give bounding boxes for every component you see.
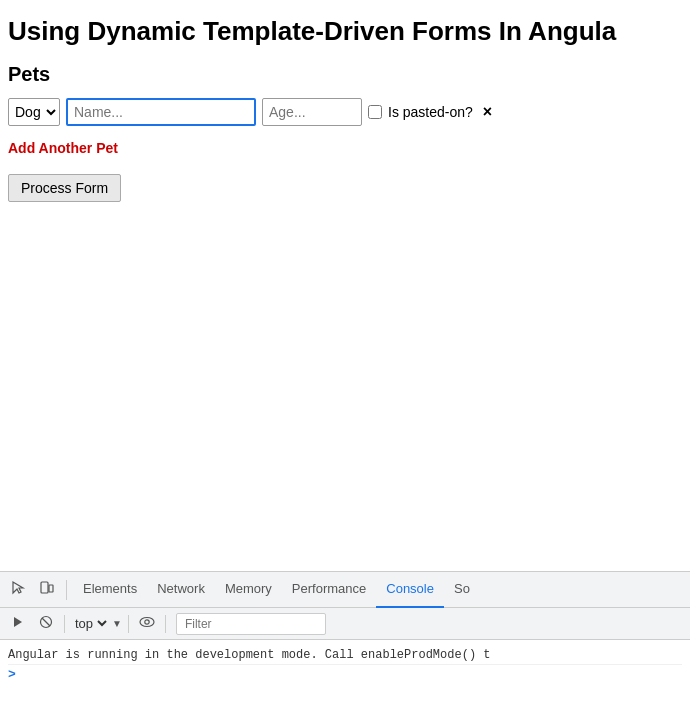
- toolbar-divider-2: [128, 615, 129, 633]
- process-form-button[interactable]: Process Form: [8, 174, 121, 202]
- devtools-console: Angular is running in the development mo…: [0, 640, 690, 720]
- pet-row: Dog Cat Bird Is pasted-on? ×: [8, 98, 682, 126]
- tab-elements[interactable]: Elements: [73, 572, 147, 608]
- device-icon-btn[interactable]: [32, 576, 60, 604]
- tab-performance[interactable]: Performance: [282, 572, 376, 608]
- tab-so[interactable]: So: [444, 572, 480, 608]
- toolbar-divider-1: [64, 615, 65, 633]
- svg-rect-1: [49, 585, 53, 592]
- devtools-toolbar: top ▼: [0, 608, 690, 640]
- filter-input[interactable]: [176, 613, 326, 635]
- devtools-panel: Elements Network Memory Performance Cons…: [0, 571, 690, 720]
- section-title: Pets: [8, 63, 682, 86]
- console-chevron-icon: >: [8, 667, 16, 682]
- svg-rect-0: [41, 582, 48, 593]
- toolbar-divider-3: [165, 615, 166, 633]
- tab-memory[interactable]: Memory: [215, 572, 282, 608]
- context-select[interactable]: top: [71, 613, 110, 634]
- eye-icon-btn[interactable]: [135, 612, 159, 636]
- svg-point-5: [140, 618, 154, 627]
- tab-console[interactable]: Console: [376, 572, 444, 608]
- inspector-icon-btn[interactable]: [4, 576, 32, 604]
- main-content: Using Dynamic Template-Driven Forms In A…: [0, 0, 690, 218]
- clear-console-button[interactable]: [6, 612, 30, 636]
- play-icon: [11, 615, 25, 632]
- svg-marker-2: [14, 617, 22, 627]
- inspector-icon: [10, 580, 26, 599]
- block-button[interactable]: [34, 612, 58, 636]
- console-prompt-line: >: [8, 665, 682, 684]
- eye-icon: [139, 615, 155, 632]
- devtools-tabs: Elements Network Memory Performance Cons…: [0, 572, 690, 608]
- console-log-text: Angular is running in the development mo…: [8, 648, 490, 662]
- page-title: Using Dynamic Template-Driven Forms In A…: [8, 16, 682, 47]
- context-select-wrapper: top ▼: [71, 613, 122, 634]
- pasted-on-checkbox[interactable]: [368, 105, 382, 119]
- console-log-line: Angular is running in the development mo…: [8, 646, 682, 665]
- pasted-on-text: Is pasted-on?: [388, 104, 473, 120]
- block-icon: [39, 615, 53, 632]
- pet-name-input[interactable]: [66, 98, 256, 126]
- pet-age-input[interactable]: [262, 98, 362, 126]
- device-icon: [38, 580, 54, 599]
- svg-line-4: [42, 618, 50, 626]
- pasted-on-label: Is pasted-on?: [368, 104, 473, 120]
- remove-pet-button[interactable]: ×: [479, 103, 496, 121]
- add-another-pet-button[interactable]: Add Another Pet: [8, 140, 118, 156]
- tab-divider-1: [66, 580, 67, 600]
- svg-point-6: [145, 620, 149, 624]
- pet-type-select[interactable]: Dog Cat Bird: [8, 98, 60, 126]
- dropdown-arrow-icon: ▼: [112, 618, 122, 629]
- tab-network[interactable]: Network: [147, 572, 215, 608]
